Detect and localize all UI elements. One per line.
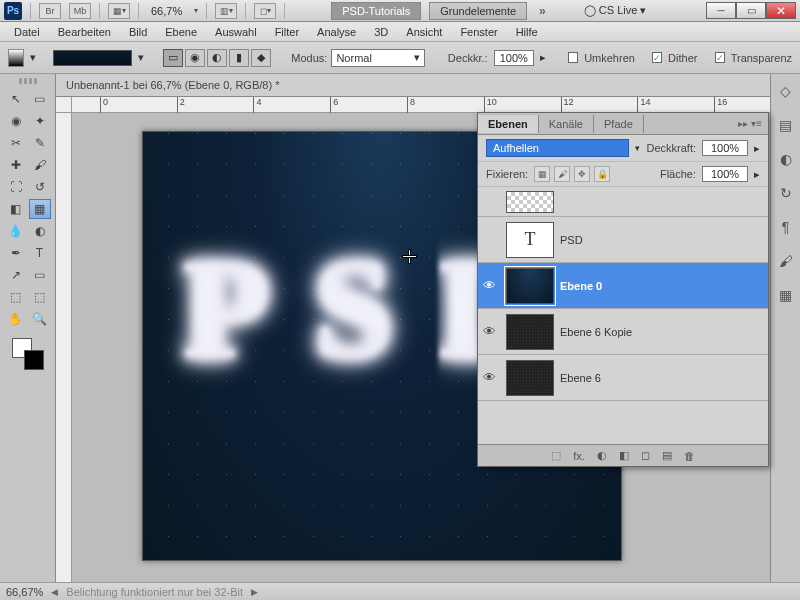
blur-tool[interactable]: 💧 xyxy=(5,221,27,241)
char-icon[interactable]: ¶ xyxy=(775,216,797,238)
layer-name[interactable]: Ebene 6 xyxy=(560,372,768,384)
zoom-level[interactable]: 66,7% xyxy=(147,5,186,17)
menu-filter[interactable]: Filter xyxy=(267,24,307,40)
dither-checkbox[interactable]: ✓ xyxy=(652,52,662,63)
menu-bild[interactable]: Bild xyxy=(121,24,155,40)
layer-opacity-field[interactable]: 100% xyxy=(702,140,748,156)
layers-icon[interactable]: ◇ xyxy=(775,80,797,102)
transparenz-checkbox[interactable]: ✓ xyxy=(715,52,725,63)
menu-ebene[interactable]: Ebene xyxy=(157,24,205,40)
link-layers-icon[interactable]: ⬚ xyxy=(551,449,561,462)
layer-row[interactable]: 👁 Ebene 6 xyxy=(478,355,768,401)
panel-menu-icon[interactable]: ▸▸ ▾≡ xyxy=(732,118,768,129)
swatches-icon[interactable]: ▦ xyxy=(775,284,797,306)
menu-bearbeiten[interactable]: Bearbeiten xyxy=(50,24,119,40)
viewextras-button[interactable]: ▦▾ xyxy=(108,3,130,19)
lock-transparency-icon[interactable]: ▦ xyxy=(534,166,550,182)
pen-tool[interactable]: ✒ xyxy=(5,243,27,263)
color-swatches[interactable] xyxy=(12,338,44,370)
type-tool[interactable]: T xyxy=(29,243,51,263)
layer-name[interactable]: PSD xyxy=(560,234,768,246)
eyedropper-tool[interactable]: ✎ xyxy=(29,133,51,153)
gradient-tool[interactable]: ▦ xyxy=(29,199,51,219)
cslive-button[interactable]: ◯ CS Live ▾ xyxy=(576,2,655,19)
fx-icon[interactable]: fx. xyxy=(573,450,585,462)
tab-pfade[interactable]: Pfade xyxy=(594,115,644,133)
gradient-linear[interactable]: ▭ xyxy=(163,49,183,67)
layer-row[interactable]: T PSD xyxy=(478,217,768,263)
status-zoom[interactable]: 66,67% xyxy=(6,586,43,598)
window-minimize[interactable]: ─ xyxy=(706,2,736,19)
window-close[interactable]: ✕ xyxy=(766,2,796,19)
brush-icon[interactable]: 🖌 xyxy=(775,250,797,272)
gradient-preview[interactable] xyxy=(53,50,132,66)
delete-layer-icon[interactable]: 🗑 xyxy=(684,450,695,462)
menu-fenster[interactable]: Fenster xyxy=(452,24,505,40)
minibridge-button[interactable]: Mb xyxy=(69,3,91,19)
hand-tool[interactable]: ✋ xyxy=(5,309,27,329)
adjustment-icon[interactable]: ◧ xyxy=(619,449,629,462)
path-tool[interactable]: ↗ xyxy=(5,265,27,285)
gradient-angle[interactable]: ◐ xyxy=(207,49,227,67)
menu-datei[interactable]: Datei xyxy=(6,24,48,40)
nav-prev[interactable]: ◀ xyxy=(51,587,58,597)
new-layer-icon[interactable]: ▤ xyxy=(662,449,672,462)
menu-hilfe[interactable]: Hilfe xyxy=(508,24,546,40)
opacity-field[interactable]: 100% xyxy=(494,50,534,66)
brush-tool[interactable]: 🖌 xyxy=(29,155,51,175)
heal-tool[interactable]: ✚ xyxy=(5,155,27,175)
layer-row[interactable] xyxy=(478,187,768,217)
document-tab[interactable]: Unbenannt-1 bei 66,7% (Ebene 0, RGB/8) * xyxy=(56,74,770,97)
menu-auswahl[interactable]: Auswahl xyxy=(207,24,265,40)
layer-row[interactable]: 👁 Ebene 6 Kopie xyxy=(478,309,768,355)
gradient-radial[interactable]: ◉ xyxy=(185,49,205,67)
history-brush-tool[interactable]: ↺ xyxy=(29,177,51,197)
workspace-active[interactable]: PSD-Tutorials xyxy=(331,2,421,20)
nav-next[interactable]: ▶ xyxy=(251,587,258,597)
gradient-reflected[interactable]: ▮ xyxy=(229,49,249,67)
lasso-tool[interactable]: ◉ xyxy=(5,111,27,131)
layer-thumbnail[interactable] xyxy=(506,314,554,350)
lock-pixels-icon[interactable]: 🖌 xyxy=(554,166,570,182)
shape-tool[interactable]: ▭ xyxy=(29,265,51,285)
mask-icon[interactable]: ◐ xyxy=(597,449,607,462)
menu-analyse[interactable]: Analyse xyxy=(309,24,364,40)
history-icon[interactable]: ↻ xyxy=(775,182,797,204)
layer-thumbnail[interactable] xyxy=(506,268,554,304)
dodge-tool[interactable]: ◐ xyxy=(29,221,51,241)
layer-name[interactable]: Ebene 6 Kopie xyxy=(560,326,768,338)
stamp-tool[interactable]: ⛶ xyxy=(5,177,27,197)
wand-tool[interactable]: ✦ xyxy=(29,111,51,131)
marquee-tool[interactable]: ▭ xyxy=(29,89,51,109)
gradient-tool-icon[interactable] xyxy=(8,49,24,67)
tab-ebenen[interactable]: Ebenen xyxy=(478,115,539,133)
lock-position-icon[interactable]: ✥ xyxy=(574,166,590,182)
3d-tool[interactable]: ⬚ xyxy=(5,287,27,307)
gradient-diamond[interactable]: ◆ xyxy=(251,49,271,67)
window-maximize[interactable]: ▭ xyxy=(736,2,766,19)
workspace-more[interactable]: » xyxy=(535,4,550,18)
layer-name[interactable]: Ebene 0 xyxy=(560,280,768,292)
menu-3d[interactable]: 3D xyxy=(366,24,396,40)
lock-all-icon[interactable]: 🔒 xyxy=(594,166,610,182)
screenmode-button[interactable]: ◻▾ xyxy=(254,3,276,19)
workspace-item[interactable]: Grundelemente xyxy=(429,2,527,20)
background-color[interactable] xyxy=(24,350,44,370)
mode-select[interactable]: Normal▾ xyxy=(331,49,425,67)
toolbox-grip[interactable] xyxy=(7,78,49,86)
layer-thumbnail[interactable] xyxy=(506,360,554,396)
eraser-tool[interactable]: ◧ xyxy=(5,199,27,219)
visibility-toggle[interactable]: 👁 xyxy=(478,324,500,339)
visibility-toggle[interactable]: 👁 xyxy=(478,370,500,385)
adjust-icon[interactable]: ◐ xyxy=(775,148,797,170)
color-icon[interactable]: ▤ xyxy=(775,114,797,136)
bridge-button[interactable]: Br xyxy=(39,3,61,19)
blend-mode-select[interactable]: Aufhellen xyxy=(486,139,629,157)
umkehren-checkbox[interactable] xyxy=(568,52,578,63)
3d-cam-tool[interactable]: ⬚ xyxy=(29,287,51,307)
group-icon[interactable]: ◻ xyxy=(641,449,650,462)
tab-kanaele[interactable]: Kanäle xyxy=(539,115,594,133)
zoom-tool[interactable]: 🔍 xyxy=(29,309,51,329)
layer-thumbnail[interactable] xyxy=(506,191,554,213)
layer-thumbnail[interactable]: T xyxy=(506,222,554,258)
